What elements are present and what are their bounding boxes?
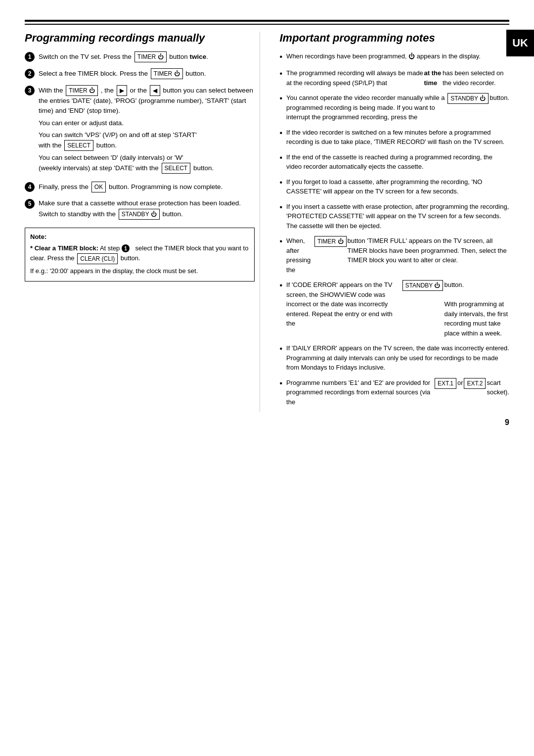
step-num-5: 5 xyxy=(25,199,35,209)
step-2: 2 Select a free TIMER block. Press the T… xyxy=(25,68,255,79)
left-column: Programming recordings manually 1 Switch… xyxy=(25,32,260,412)
note-box: Note: * Clear a TIMER block: At step 1 s… xyxy=(25,228,255,282)
step-4-content: Finally, press the OK button. Programmin… xyxy=(39,182,255,192)
step-1-content: Switch on the TV set. Press the TIMER ⏻ … xyxy=(39,51,255,62)
select-button-2: SELECT xyxy=(162,163,191,174)
step-3-content: With the TIMER ⏻ , the ▶ or the ◀ button… xyxy=(39,85,255,176)
ext2-button: EXT.2 xyxy=(464,378,486,389)
step-1: 1 Switch on the TV set. Press the TIMER … xyxy=(25,51,255,62)
note-step-ref: 1 xyxy=(122,244,130,252)
bullet-9: If 'CODE ERROR' appears on the TV screen… xyxy=(280,280,510,338)
bullet-8: When, after pressing the TIMER ⏻ button … xyxy=(280,236,510,275)
timer-button-1: TIMER ⏻ xyxy=(134,51,167,62)
right-title: Important programming notes xyxy=(280,32,510,45)
step-num-3: 3 xyxy=(25,86,35,95)
step-5-content: Make sure that a cassette without erase … xyxy=(39,198,255,219)
timer-button-full: TIMER ⏻ xyxy=(314,236,347,247)
bullet-6: If you forget to load a cassette, after … xyxy=(280,177,510,196)
bullet-4: If the video recorder is switched on a f… xyxy=(280,128,510,147)
standby-button-1: STANDBY ⏻ xyxy=(119,209,160,220)
step-4: 4 Finally, press the OK button. Programm… xyxy=(25,182,255,192)
ext1-button: EXT.1 xyxy=(435,378,456,389)
step-3: 3 With the TIMER ⏻ , the ▶ or the ◀ butt… xyxy=(25,85,255,176)
timer-button-3: TIMER ⏻ xyxy=(66,85,98,96)
step-5: 5 Make sure that a cassette without eras… xyxy=(25,198,255,219)
step-num-4: 4 xyxy=(25,182,35,192)
page-number: 9 xyxy=(505,418,509,427)
step-num-1: 1 xyxy=(25,52,35,62)
back-button: ◀ xyxy=(150,85,160,96)
step-2-content: Select a free TIMER block. Press the TIM… xyxy=(39,68,255,79)
bullet-2: The programmed recording will always be … xyxy=(280,68,510,88)
bullet-11: Programme numbers 'E1' and 'E2' are prov… xyxy=(280,378,510,407)
ok-button: OK xyxy=(91,182,106,192)
note-content: * Clear a TIMER block: At step 1 select … xyxy=(30,243,249,264)
bullet-7: If you insert a cassette with erase prot… xyxy=(280,202,510,231)
clear-button: CLEAR (CLI) xyxy=(77,253,118,264)
timer-button-2: TIMER ⏻ xyxy=(151,68,183,79)
uk-badge: UK xyxy=(506,30,534,56)
bullet-list: When recordings have been programmed, ⏻ … xyxy=(280,51,510,407)
note-extra: If e.g.: '20:00' appears in the display,… xyxy=(30,266,249,276)
standby-button-2: STANDBY ⏻ xyxy=(447,93,489,104)
left-title: Programming recordings manually xyxy=(25,32,255,45)
bullet-10: If 'DAILY ERROR' appears on the TV scree… xyxy=(280,343,510,373)
forward-button: ▶ xyxy=(117,85,127,96)
bullet-1: When recordings have been programmed, ⏻ … xyxy=(280,51,510,63)
right-column: Important programming notes When recordi… xyxy=(275,32,510,412)
standby-button-3: STANDBY ⏻ xyxy=(402,280,444,291)
bullet-5: If the end of the cassette is reached du… xyxy=(280,152,510,172)
bullet-3: You cannot operate the video recorder ma… xyxy=(280,93,510,122)
note-title: Note: xyxy=(30,232,249,242)
step-num-2: 2 xyxy=(25,69,35,79)
select-button-1: SELECT xyxy=(64,140,93,151)
